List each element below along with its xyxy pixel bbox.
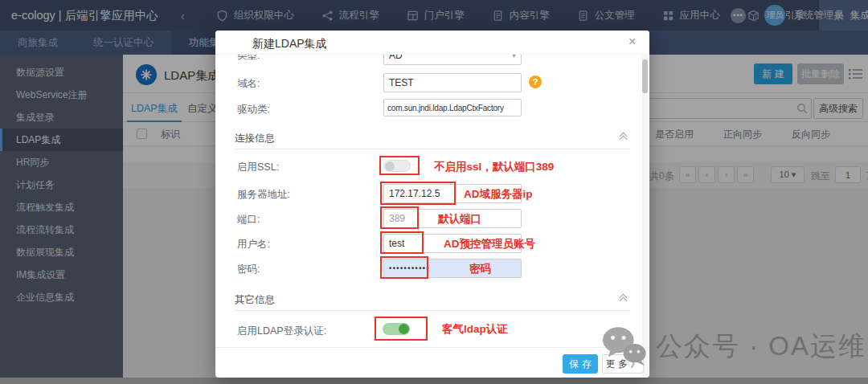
annotation-ssl: 不启用ssl，默认端口389 — [434, 160, 554, 174]
annotation-username: AD预控管理员账号 — [444, 237, 535, 251]
driver-label: 驱动类: — [237, 103, 270, 116]
ssl-label: 启用SSL: — [237, 161, 279, 174]
modal-title: 新建LDAP集成 — [252, 37, 327, 51]
password-label: 密码: — [237, 263, 260, 276]
watermark: 公众号 · OA运维 — [601, 325, 866, 368]
new-ldap-modal: 类型: AD ▾ 域名: ? 驱动类: 连接信息 启用SSL: 不启用ssl，默… — [215, 31, 649, 378]
domain-label: 域名: — [237, 77, 260, 91]
annotation-ldap-auth: 客气ldap认证 — [442, 322, 508, 337]
section-divider — [235, 149, 630, 149]
close-icon[interactable]: × — [628, 35, 636, 49]
modal-footer-divider — [215, 347, 649, 348]
annotation-box-username — [380, 231, 424, 254]
annotation-box-port — [380, 206, 419, 229]
annotation-password: 密码 — [469, 262, 491, 276]
help-icon[interactable]: ? — [529, 76, 542, 88]
collapse-chevron-icon[interactable] — [619, 294, 628, 304]
modal-scrollbar-thumb[interactable] — [642, 59, 648, 93]
app: e-cology | 后端引擎应用中心 ‹ 组织权限中心 流程引擎 门户引擎 内… — [0, 0, 868, 384]
annotation-box-password — [380, 256, 428, 279]
domain-input[interactable] — [383, 73, 522, 92]
driver-class-input[interactable] — [383, 99, 522, 116]
collapse-chevron-icon[interactable] — [619, 133, 628, 142]
annotation-port: 默认端口 — [438, 212, 481, 227]
save-button[interactable]: 保 存 — [563, 354, 598, 374]
server-label: 服务器地址: — [237, 188, 290, 202]
username-label: 用户名: — [237, 238, 270, 251]
annotation-box-ssl — [379, 156, 420, 175]
port-label: 端口: — [237, 213, 260, 227]
annotation-box-server — [380, 182, 456, 205]
section-divider — [235, 310, 630, 311]
section-connection-title: 连接信息 — [235, 132, 275, 145]
annotation-box-ldap-auth — [375, 317, 428, 341]
annotation-server: AD域服务器ip — [464, 187, 533, 202]
watermark-text: 公众号 · OA运维 — [656, 329, 866, 365]
section-other-title: 其它信息 — [235, 293, 275, 307]
ldap-auth-label: 启用LDAP登录认证: — [237, 325, 326, 338]
wechat-icon — [601, 325, 648, 368]
